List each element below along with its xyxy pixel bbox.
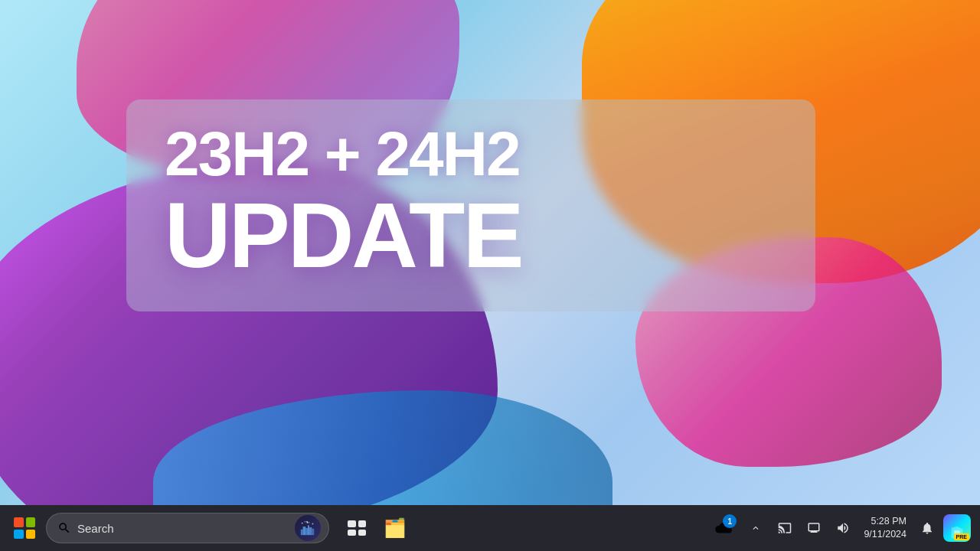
bell-icon	[920, 521, 934, 535]
windows-logo-icon	[14, 517, 35, 539]
datetime-button[interactable]: 5:28 PM 9/11/2024	[859, 515, 911, 542]
svg-rect-2	[305, 528, 308, 535]
svg-point-8	[309, 522, 309, 523]
notification-center-button[interactable]	[914, 513, 940, 543]
svg-rect-1	[303, 527, 306, 535]
taskbar: Search	[0, 505, 980, 551]
file-explorer-icon: 🗂️	[384, 517, 407, 539]
win-logo-yellow	[26, 530, 36, 540]
onedrive-button[interactable]: 1	[706, 511, 740, 545]
display-settings-button[interactable]	[801, 513, 827, 543]
onedrive-badge: 1	[723, 514, 737, 528]
taskbar-apps: 🗂️	[340, 511, 412, 545]
chevron-up-icon	[750, 523, 761, 533]
pre-badge: PRE	[954, 533, 969, 540]
svg-rect-0	[301, 530, 303, 535]
microsoft365-button[interactable]: PRE	[943, 514, 971, 542]
headline-top: 23H2 + 24H2	[165, 122, 777, 185]
monitor-icon	[807, 521, 821, 535]
svg-rect-3	[308, 525, 309, 535]
svg-point-9	[312, 523, 314, 525]
show-hidden-icons-button[interactable]	[743, 513, 769, 543]
svg-point-7	[305, 521, 305, 522]
text-overlay: 23H2 + 24H2 UPDATE	[126, 99, 815, 311]
svg-point-6	[302, 523, 303, 524]
win-logo-green	[26, 517, 36, 527]
svg-rect-4	[309, 527, 312, 535]
win-logo-blue	[14, 530, 24, 540]
svg-rect-5	[312, 529, 315, 535]
desktop: 23H2 + 24H2 UPDATE	[0, 0, 980, 505]
task-view-icon	[348, 520, 366, 536]
date-display: 9/11/2024	[864, 528, 906, 542]
search-label: Search	[77, 522, 289, 535]
win-logo-red	[14, 517, 24, 527]
task-view-button[interactable]	[340, 511, 374, 545]
search-icon	[57, 521, 71, 535]
volume-button[interactable]	[830, 513, 856, 543]
time-display: 5:28 PM	[871, 515, 906, 529]
start-button[interactable]	[9, 513, 40, 543]
search-city-icon	[295, 515, 321, 541]
cast-icon	[778, 521, 792, 535]
volume-icon	[836, 521, 850, 535]
headline-bottom: UPDATE	[165, 189, 777, 281]
search-bar[interactable]: Search	[46, 513, 329, 543]
system-tray: 1 5:28 PM	[706, 511, 971, 545]
file-explorer-button[interactable]: 🗂️	[378, 511, 412, 545]
cast-button[interactable]	[772, 513, 798, 543]
